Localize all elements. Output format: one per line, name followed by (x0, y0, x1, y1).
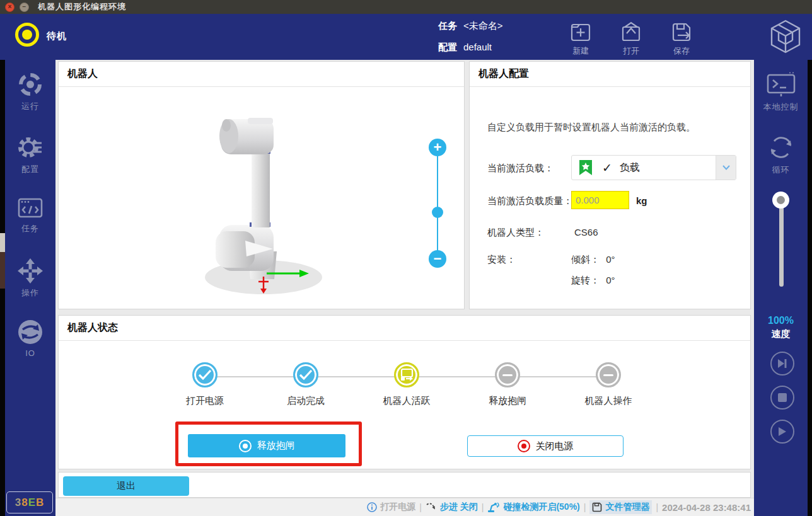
left-sidebar: 运行 配置 任务 操作 (5, 60, 55, 516)
payload-mass-input[interactable] (571, 191, 629, 209)
task-code-icon (16, 195, 44, 221)
mount-label: 安装： (487, 254, 516, 266)
sidebar-label-io: IO (5, 348, 55, 358)
zoom-in-button[interactable]: + (429, 139, 446, 156)
check-mark: ✓ (602, 161, 612, 175)
new-task-button[interactable]: 新建 (560, 21, 601, 57)
exit-button[interactable]: 退出 (63, 476, 189, 496)
robot-3d-view[interactable] (59, 88, 465, 309)
config-row: 配置default (438, 42, 492, 54)
play-button[interactable] (770, 420, 794, 444)
robot-config-panel: 机器人配置 自定义负载用于暂时设置机器人当前激活的负载。 当前激活负载： ✓ 负… (469, 61, 751, 309)
robot-active-icon (400, 369, 414, 381)
active-payload-value: 负载 (620, 161, 640, 175)
skip-end-icon (777, 358, 788, 369)
stop-button[interactable] (770, 386, 794, 410)
step-label: 机器人操作 (571, 395, 646, 407)
robot-type-value: CS66 (574, 227, 598, 238)
step-mode-icon (426, 502, 437, 512)
config-gear-icon (16, 134, 45, 161)
robot-type-label: 机器人类型： (487, 227, 544, 239)
task-label: 任务 (438, 20, 457, 31)
release-brake-label: 释放抱闸 (257, 440, 295, 452)
exit-label: 退出 (117, 480, 136, 492)
step-power-on: 打开电源 (167, 362, 243, 407)
power-off-label: 关闭电源 (536, 440, 574, 452)
file-manager-item[interactable]: 文件管理器 (589, 500, 652, 514)
clock-timestamp: 2024-04-28 23:48:41 (662, 502, 751, 513)
power-status-label: 打开电源 (380, 502, 415, 513)
sidebar-label-config: 配置 (5, 164, 55, 175)
loop-label: 循环 (754, 164, 808, 176)
step-mode-item[interactable]: 步进 关闭 (426, 502, 478, 513)
step-forward-button[interactable] (770, 352, 794, 376)
robot-status-panel: 机器人状态 打开电源 启动完成 机器人活跃 (58, 315, 751, 469)
open-task-button[interactable]: 打开 (611, 21, 651, 57)
floppy-icon (592, 502, 602, 512)
sidebar-label-operate: 操作 (5, 287, 55, 299)
right-screen-edge (808, 60, 812, 516)
sidebar-item-config[interactable]: 配置 (5, 134, 55, 175)
task-value: <未命名> (463, 20, 503, 31)
config-value: default (463, 42, 492, 52)
speed-slider-track[interactable] (779, 197, 784, 287)
separator: | (419, 502, 422, 512)
release-brake-button[interactable]: 释放抱闸 (188, 434, 345, 457)
play-icon (778, 427, 787, 437)
payload-mass-label: 当前激活负载质量： (487, 195, 572, 207)
tilt-label: 倾斜： (571, 254, 600, 265)
step-mode-label: 步进 关闭 (440, 502, 478, 513)
rotation-value: 0° (606, 275, 615, 285)
tilt-value: 0° (606, 254, 615, 265)
close-icon[interactable]: × (5, 3, 14, 12)
active-payload-select[interactable]: ✓ 负载 (571, 155, 736, 180)
sidebar-item-io[interactable]: IO (5, 318, 55, 358)
status-bar: 打开电源 | 步进 关闭 | 碰撞检测开启(50%) | 文件管理器 | 202… (55, 498, 754, 516)
chevron-down-icon (722, 165, 730, 170)
rotation-row: 旋转： 0° (571, 275, 615, 287)
payload-select-caret[interactable] (716, 156, 736, 180)
tilt-row: 倾斜： 0° (571, 254, 615, 266)
run-icon (16, 71, 44, 98)
desktop-sliver-2 (0, 252, 5, 289)
save-button-label: 保存 (661, 45, 702, 57)
minimize-icon[interactable]: − (20, 3, 29, 12)
build-code-badge: 38EB (6, 491, 53, 513)
robot-mode-icon (15, 23, 39, 47)
badge-char: 3 (15, 496, 21, 509)
step-startup-complete: 启动完成 (268, 362, 344, 407)
separator: | (482, 502, 484, 512)
collision-icon (487, 502, 500, 513)
step-robot-operate: 机器人操作 (571, 362, 646, 407)
view-zoom-handle[interactable] (432, 207, 443, 218)
loop-button[interactable]: 循环 (754, 133, 808, 176)
new-button-label: 新建 (560, 45, 601, 57)
sidebar-item-run[interactable]: 运行 (5, 71, 55, 112)
separator: | (656, 502, 658, 512)
collision-detect-item[interactable]: 碰撞检测开启(50%) (487, 502, 579, 513)
sidebar-item-task[interactable]: 任务 (5, 195, 55, 234)
payload-mass-unit: kg (636, 195, 647, 206)
zoom-out-button[interactable]: − (429, 250, 446, 268)
app-window: × − 机器人图形化编程环境 待机 任务<未命名> 配置default 新建 (0, 0, 812, 516)
power-off-button[interactable]: 关闭电源 (467, 435, 624, 457)
power-status-item[interactable]: 打开电源 (367, 502, 415, 513)
check-icon (299, 369, 313, 381)
step-robot-active: 机器人活跃 (369, 362, 444, 407)
robot-panel-title: 机器人 (59, 62, 464, 87)
step-label: 打开电源 (167, 395, 243, 407)
desktop-sliver (0, 233, 5, 252)
save-task-button[interactable]: 保存 (661, 21, 702, 57)
task-row: 任务<未命名> (438, 20, 503, 32)
collision-detect-label: 碰撞检测开启(50%) (503, 502, 579, 513)
step-label: 释放抱闸 (470, 395, 545, 407)
bookmark-star-icon (578, 159, 593, 176)
open-button-label: 打开 (611, 45, 651, 57)
move-arrows-icon (16, 257, 44, 285)
local-control-button[interactable]: 本地控制 (754, 71, 808, 113)
sidebar-item-operate[interactable]: 操作 (5, 257, 55, 299)
status-panel-title: 机器人状态 (59, 316, 750, 341)
badge-char: 8 (21, 496, 28, 509)
config-label: 配置 (438, 42, 457, 52)
speed-slider-handle[interactable] (772, 192, 789, 209)
